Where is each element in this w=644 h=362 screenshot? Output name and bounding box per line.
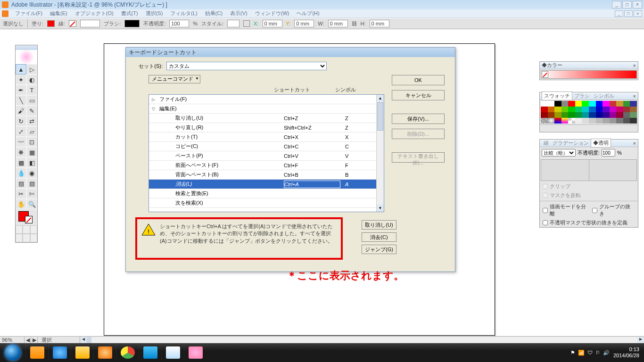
fill-swatch[interactable] (47, 20, 55, 27)
warp-tool[interactable]: 〰 (16, 137, 26, 147)
symbols-tab[interactable]: シンボル (592, 92, 616, 100)
menu-select[interactable]: 選択(S) (142, 10, 167, 17)
taskbar-app-ie[interactable] (48, 344, 71, 362)
style-swatch[interactable] (227, 20, 239, 27)
pen-tool[interactable]: ✒ (16, 85, 26, 95)
scroll-up-icon[interactable]: ▲ (377, 95, 384, 102)
free-transform-tool[interactable]: ⊡ (26, 137, 37, 147)
screen-full[interactable] (30, 234, 37, 242)
paintbrush-tool[interactable]: 🖌 (16, 106, 26, 116)
toolbox-header[interactable] (16, 45, 37, 50)
undo-button[interactable]: 取り消し(U) (362, 220, 396, 230)
scissors-tool[interactable]: ✄ (26, 189, 37, 199)
menu-type[interactable]: 書式(T) (117, 10, 142, 17)
registration-icon[interactable] (243, 20, 250, 27)
stroke-weight[interactable] (80, 20, 100, 27)
color-tab[interactable]: ◆カラー (542, 62, 562, 69)
blend-tool[interactable]: ◉ (26, 168, 37, 178)
tray-volume-icon[interactable]: 🔊 (603, 350, 610, 356)
taskbar-app-explorer[interactable] (71, 344, 93, 362)
lasso-tool[interactable]: ◐ (26, 74, 37, 85)
close-button[interactable]: × (633, 1, 642, 8)
brushes-tab[interactable]: ブラシ (572, 92, 592, 100)
ok-button[interactable]: OK (392, 75, 445, 85)
y-field[interactable]: 0 mm (294, 20, 314, 27)
start-button[interactable] (0, 343, 25, 362)
type-tool[interactable]: T (26, 85, 37, 95)
menu-object[interactable]: オブジェクト(O) (71, 10, 117, 17)
set-select[interactable]: カスタム (166, 62, 327, 70)
swatches-tab[interactable]: スウォッチ (542, 91, 572, 100)
menu-edit[interactable]: 編集(E) (46, 10, 71, 17)
save-button[interactable]: 保存(V)... (392, 114, 445, 124)
line-tool[interactable]: ╲ (16, 95, 26, 106)
gradient-tool[interactable]: ◧ (26, 157, 37, 168)
shortcut-row[interactable]: 取り消し(U)Ctrl+ZZ (149, 114, 384, 123)
shortcut-row[interactable]: ペースト(P)Ctrl+VV (149, 151, 384, 161)
status-selection[interactable]: 選択 (38, 337, 80, 344)
w-field[interactable]: 0 mm (328, 20, 348, 27)
tray-shield-icon[interactable]: 🛡 (587, 350, 593, 356)
category-combo[interactable]: メニューコマンド (149, 75, 200, 83)
link-icon[interactable]: ⛓ (352, 21, 357, 26)
scale-tool[interactable]: ⤢ (16, 126, 26, 137)
mdi-close[interactable]: × (634, 10, 642, 17)
shortcut-row[interactable]: 前面へペースト(F)Ctrl+FF (149, 161, 384, 170)
shortcut-row[interactable]: 消去(L)A (149, 180, 384, 189)
slice-tool[interactable]: ✂ (16, 189, 26, 199)
color-well[interactable] (16, 209, 37, 225)
taskbar-app-1[interactable] (25, 344, 48, 362)
panel-close-icon[interactable]: × (633, 140, 636, 146)
taskbar-clock[interactable]: 0:13 2014/06/28 (613, 346, 639, 359)
nav-left-icon[interactable]: ◀ (25, 337, 31, 343)
mesh-tool[interactable]: ▩ (16, 157, 26, 168)
swatch-grid[interactable] (541, 101, 637, 123)
mdi-minimize[interactable]: _ (615, 10, 623, 17)
shortcut-row[interactable]: 次を検索(X) (149, 198, 384, 208)
reflect-tool[interactable]: ⇄ (26, 116, 37, 126)
gradient-tab[interactable]: グラデーション (551, 139, 591, 147)
tray-flag-icon[interactable]: ⚑ (570, 350, 575, 356)
screen-full-menu[interactable] (23, 234, 30, 242)
live-paint-select-tool[interactable]: ▧ (26, 178, 37, 189)
minimize-button[interactable]: _ (612, 1, 621, 8)
mdi-restore[interactable]: □ (624, 10, 633, 17)
shortcut-row[interactable]: 検索と置換(E) (149, 189, 384, 198)
shortcut-row[interactable]: 背面へペースト(B)Ctrl+BB (149, 170, 384, 180)
nav-right-icon[interactable]: ▶ (31, 337, 38, 343)
panel-close-icon[interactable]: × (633, 63, 636, 68)
h-field[interactable]: 0 mm (370, 20, 389, 27)
taskbar-app-chrome[interactable] (116, 344, 139, 362)
color-spectrum[interactable] (541, 70, 637, 79)
shortcut-row[interactable]: ▷ファイル(F) (149, 95, 384, 104)
clear-button[interactable]: 消去(C) (362, 232, 396, 242)
maximize-button[interactable]: □ (622, 1, 632, 8)
cancel-button[interactable]: キャンセル (392, 90, 445, 100)
tray-network-icon[interactable]: 📶 (578, 350, 585, 356)
knockout-checkbox[interactable] (592, 208, 597, 213)
magic-wand-tool[interactable]: ✦ (16, 74, 26, 85)
zoom-field[interactable]: 96% (0, 337, 25, 343)
mode-solid[interactable] (16, 225, 23, 234)
shortcut-row[interactable]: ▽編集(E) (149, 104, 384, 114)
shortcut-row[interactable]: コピー(C)Ctrl+CC (149, 142, 384, 151)
eyedropper-tool[interactable]: 💧 (16, 168, 26, 178)
stroke-tab[interactable]: 線 (542, 139, 551, 147)
none-swatch-icon[interactable] (542, 71, 548, 78)
scroll-thumb[interactable] (377, 102, 383, 131)
scroll-down-icon[interactable]: ▼ (377, 205, 384, 212)
pencil-tool[interactable]: ✎ (26, 106, 37, 116)
delete-button[interactable]: 削除(D)... (392, 129, 445, 139)
screen-standard[interactable] (16, 234, 23, 242)
stroke-swatch[interactable] (69, 20, 76, 27)
zoom-tool[interactable]: 🔍 (26, 199, 37, 209)
shortcut-list[interactable]: ▷ファイル(F)▽編集(E)取り消し(U)Ctrl+ZZやり直し(R)Shift… (149, 94, 384, 212)
stroke-color[interactable] (25, 216, 33, 223)
opacity-field[interactable]: 100 (169, 20, 189, 27)
shortcut-row[interactable]: カット(T)Ctrl+XX (149, 132, 384, 142)
isolate-checkbox[interactable] (543, 208, 548, 213)
menu-help[interactable]: ヘルプ(H) (293, 10, 323, 17)
live-paint-tool[interactable]: ▨ (16, 178, 26, 189)
symbol-sprayer-tool[interactable]: ❋ (16, 147, 26, 157)
panel-close-icon[interactable]: × (633, 93, 636, 99)
